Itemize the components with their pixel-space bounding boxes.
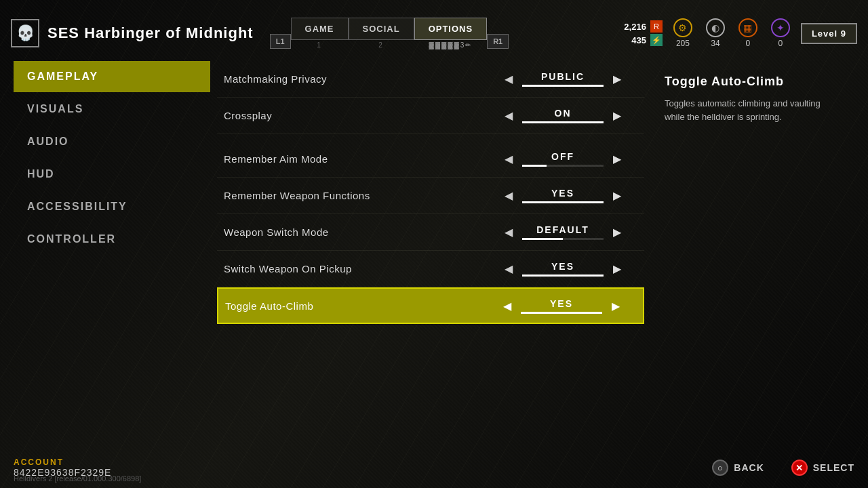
orange-value: 0 <box>746 39 751 48</box>
value-text-weapon-switch: DEFAULT <box>536 224 589 235</box>
setting-row-aim-mode: Remember Aim Mode ◀ OFF ▶ <box>217 141 644 178</box>
arrow-right-matchmaking[interactable]: ▶ <box>609 71 625 87</box>
sidebar-item-audio[interactable]: AUDIO <box>14 126 210 157</box>
arrow-left-crossplay[interactable]: ◀ <box>500 108 517 124</box>
value-display-matchmaking: PUBLIC <box>522 71 604 87</box>
arrow-right-weapon-pickup[interactable]: ▶ <box>609 261 625 277</box>
setting-control-weapon-functions: ◀ YES ▶ <box>488 188 637 204</box>
value-display-weapon-functions: YES <box>522 188 604 203</box>
icon-stat-orange: ▦ 0 <box>738 18 757 48</box>
select-button[interactable]: ✕ SELECT <box>791 460 854 476</box>
setting-control-matchmaking: ◀ PUBLIC ▶ <box>488 71 637 87</box>
tab-item-r1[interactable]: R1 <box>487 34 509 49</box>
arrow-left-matchmaking[interactable]: ◀ <box>500 71 517 87</box>
value-bar-crossplay <box>522 121 604 123</box>
setting-row-weapon-pickup: Switch Weapon On Pickup ◀ YES ▶ <box>217 251 644 287</box>
setting-label-weapon-functions: Remember Weapon Functions <box>224 190 488 201</box>
value-bar-fill-crossplay <box>522 121 604 123</box>
setting-row-crossplay: Crossplay ◀ ON ▶ <box>217 98 644 134</box>
arrow-right-crossplay[interactable]: ▶ <box>609 108 625 124</box>
tab-item-game[interactable]: L1 <box>270 34 291 49</box>
value-bar-fill-weapon-pickup <box>522 274 604 277</box>
setting-row-weapon-switch: Weapon Switch Mode ◀ DEFAULT ▶ <box>217 214 644 251</box>
tab-social-btn[interactable]: SOCIAL <box>349 18 414 40</box>
value-text-auto-climb: YES <box>550 298 573 309</box>
setting-label-auto-climb: Toggle Auto-Climb <box>225 300 487 312</box>
req-value: 2,216 <box>624 22 646 32</box>
value-display-weapon-pickup: YES <box>522 261 604 277</box>
account-label: ACCOUNT <box>14 458 111 467</box>
tab-game-btn[interactable]: GAME <box>291 18 349 40</box>
value-bar-fill-auto-climb <box>521 312 602 314</box>
select-icon: ✕ <box>791 460 808 476</box>
setting-label-matchmaking: Matchmaking Privacy <box>224 73 488 85</box>
value-text-weapon-functions: YES <box>551 188 574 199</box>
setting-label-weapon-switch: Weapon Switch Mode <box>224 226 488 238</box>
setting-control-weapon-pickup: ◀ YES ▶ <box>488 261 637 277</box>
r1-badge[interactable]: R1 <box>487 34 509 49</box>
icon-stat-purple: ✦ 0 <box>771 18 790 48</box>
setting-control-auto-climb: ◀ YES ▶ <box>487 298 636 314</box>
sidebar-item-gameplay[interactable]: GAMEPLAY <box>14 61 210 92</box>
value-bar-matchmaking <box>522 85 604 87</box>
setting-label-weapon-pickup: Switch Weapon On Pickup <box>224 263 488 274</box>
value-display-auto-climb: YES <box>521 298 602 314</box>
value-bar-aim-mode <box>522 165 604 167</box>
tab-social[interactable]: SOCIAL 2 <box>349 18 414 49</box>
info-desc: Toggles automatic climbing and vaulting … <box>665 97 841 123</box>
value-bar-weapon-pickup <box>522 274 604 277</box>
tab-options-btn[interactable]: OPTIONS <box>414 18 488 40</box>
arrow-left-auto-climb[interactable]: ◀ <box>499 298 515 314</box>
value-display-aim-mode: OFF <box>522 151 604 167</box>
setting-label-aim-mode: Remember Aim Mode <box>224 153 488 165</box>
icon-stat-samples2: ◐ 34 <box>706 18 725 48</box>
req-icon: R <box>650 20 663 33</box>
purple-icon: ✦ <box>771 18 790 37</box>
req-stat-row: 2,216 R <box>624 20 663 33</box>
setting-label-crossplay: Crossplay <box>224 110 488 121</box>
value-bar-auto-climb <box>521 312 602 314</box>
bottom-actions: ○ BACK ✕ SELECT <box>712 460 854 476</box>
value-text-weapon-pickup: YES <box>551 261 574 272</box>
setting-control-weapon-switch: ◀ DEFAULT ▶ <box>488 224 637 241</box>
sidebar-item-accessibility[interactable]: ACCESSIBILITY <box>14 191 210 222</box>
value-text-aim-mode: OFF <box>551 151 574 162</box>
back-button[interactable]: ○ BACK <box>712 460 764 476</box>
ship-name: SES Harbinger of Midnight <box>47 24 254 42</box>
tab-options-indicator: ▓▓▓▓▓3✏ <box>429 41 472 49</box>
tab-options-wrap[interactable]: OPTIONS ▓▓▓▓▓3✏ <box>414 18 488 49</box>
value-bar-fill-weapon-switch <box>522 238 563 240</box>
value-bar-fill-matchmaking <box>522 85 604 87</box>
content-area: GAMEPLAY VISUALS AUDIO HUD ACCESSIBILITY… <box>0 61 868 447</box>
skull-logo-icon: 💀 <box>11 19 39 47</box>
setting-row-auto-climb[interactable]: Toggle Auto-Climb ◀ YES ▶ <box>217 287 644 324</box>
tab-game-number: 1 <box>317 41 322 49</box>
level-badge: Level 9 <box>801 23 857 44</box>
setting-row-matchmaking: Matchmaking Privacy ◀ PUBLIC ▶ <box>217 61 644 98</box>
back-icon: ○ <box>712 460 728 476</box>
top-left: 💀 SES Harbinger of Midnight L1 GAME 1 SO… <box>11 18 509 49</box>
tabs-nav: L1 GAME 1 SOCIAL 2 OPTIONS ▓▓▓▓▓3✏ R1 <box>270 18 509 49</box>
sidebar-item-hud[interactable]: HUD <box>14 159 210 190</box>
sidebar-item-visuals[interactable]: VISUALS <box>14 94 210 125</box>
value-bar-fill-weapon-functions <box>522 201 604 203</box>
l1-badge[interactable]: L1 <box>270 34 291 49</box>
value-text-matchmaking: PUBLIC <box>541 71 585 82</box>
arrow-left-weapon-pickup[interactable]: ◀ <box>500 261 517 277</box>
value-bar-fill-aim-mode <box>522 165 547 167</box>
arrow-right-auto-climb[interactable]: ▶ <box>608 298 624 314</box>
arrow-left-weapon-functions[interactable]: ◀ <box>500 188 517 204</box>
tab-game[interactable]: GAME 1 <box>291 18 349 49</box>
arrow-left-weapon-switch[interactable]: ◀ <box>500 224 517 241</box>
arrow-right-weapon-switch[interactable]: ▶ <box>609 224 625 241</box>
arrow-right-weapon-functions[interactable]: ▶ <box>609 188 625 204</box>
arrow-left-aim-mode[interactable]: ◀ <box>500 151 517 167</box>
sidebar-item-controller[interactable]: CONTROLLER <box>14 224 210 255</box>
arrow-right-aim-mode[interactable]: ▶ <box>609 151 625 167</box>
samples2-value: 34 <box>711 39 719 48</box>
medals-icon: ⚙ <box>673 18 692 37</box>
samples-value: 435 <box>631 35 646 45</box>
back-label: BACK <box>734 462 764 473</box>
info-title: Toggle Auto-Climb <box>665 75 841 89</box>
settings-panel: Matchmaking Privacy ◀ PUBLIC ▶ Crossplay <box>210 61 651 447</box>
